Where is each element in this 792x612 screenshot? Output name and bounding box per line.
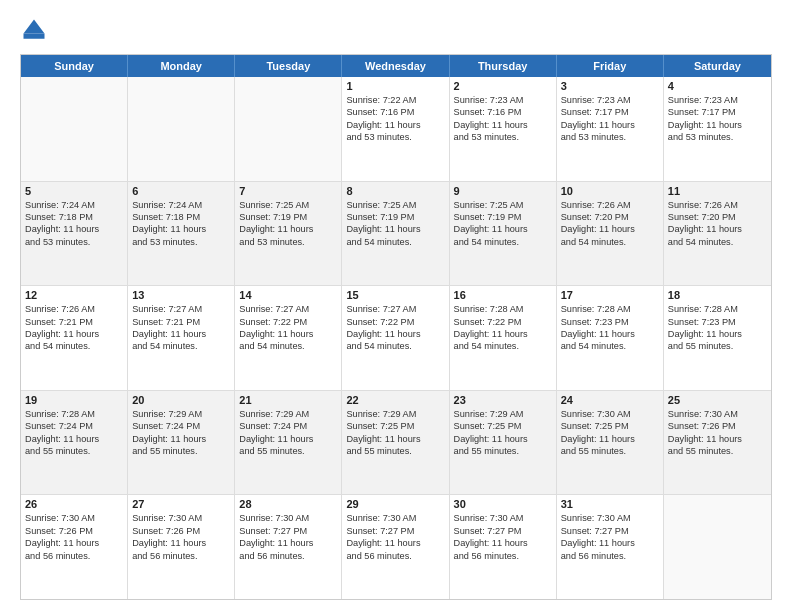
cell-line: and 56 minutes. (346, 550, 444, 562)
cal-cell: 2Sunrise: 7:23 AMSunset: 7:16 PMDaylight… (450, 77, 557, 181)
cell-line: Sunset: 7:16 PM (346, 106, 444, 118)
cell-line: Sunset: 7:21 PM (132, 316, 230, 328)
cell-line: and 54 minutes. (454, 236, 552, 248)
day-number: 2 (454, 80, 552, 92)
cell-line: Sunset: 7:27 PM (561, 525, 659, 537)
cell-line: Daylight: 11 hours (668, 223, 767, 235)
cell-line: Sunset: 7:23 PM (668, 316, 767, 328)
cell-line: Daylight: 11 hours (668, 433, 767, 445)
cell-line: Sunrise: 7:29 AM (454, 408, 552, 420)
cell-line: and 56 minutes. (25, 550, 123, 562)
cell-line: Sunset: 7:25 PM (561, 420, 659, 432)
cell-line: Sunrise: 7:29 AM (239, 408, 337, 420)
day-number: 18 (668, 289, 767, 301)
cal-cell: 22Sunrise: 7:29 AMSunset: 7:25 PMDayligh… (342, 391, 449, 495)
cell-line: Sunrise: 7:26 AM (25, 303, 123, 315)
cal-cell: 13Sunrise: 7:27 AMSunset: 7:21 PMDayligh… (128, 286, 235, 390)
cell-line: and 53 minutes. (454, 131, 552, 143)
cell-line: Sunset: 7:17 PM (561, 106, 659, 118)
day-number: 5 (25, 185, 123, 197)
cell-line: Sunrise: 7:30 AM (561, 408, 659, 420)
cal-cell: 23Sunrise: 7:29 AMSunset: 7:25 PMDayligh… (450, 391, 557, 495)
day-number: 29 (346, 498, 444, 510)
cell-line: Sunset: 7:25 PM (454, 420, 552, 432)
cell-line: Daylight: 11 hours (25, 328, 123, 340)
calendar-body: 1Sunrise: 7:22 AMSunset: 7:16 PMDaylight… (21, 77, 771, 599)
cal-cell: 24Sunrise: 7:30 AMSunset: 7:25 PMDayligh… (557, 391, 664, 495)
cell-line: Sunrise: 7:26 AM (561, 199, 659, 211)
cell-line: Daylight: 11 hours (346, 537, 444, 549)
cell-line: Daylight: 11 hours (239, 223, 337, 235)
cell-line: Daylight: 11 hours (132, 433, 230, 445)
cell-line: and 54 minutes. (346, 340, 444, 352)
day-number: 24 (561, 394, 659, 406)
cell-line: and 54 minutes. (132, 340, 230, 352)
cell-line: Sunset: 7:24 PM (239, 420, 337, 432)
cal-cell: 1Sunrise: 7:22 AMSunset: 7:16 PMDaylight… (342, 77, 449, 181)
svg-marker-0 (24, 20, 45, 34)
cell-line: Sunset: 7:26 PM (25, 525, 123, 537)
cal-cell: 19Sunrise: 7:28 AMSunset: 7:24 PMDayligh… (21, 391, 128, 495)
cell-line: Sunrise: 7:30 AM (25, 512, 123, 524)
cell-line: Sunset: 7:25 PM (346, 420, 444, 432)
cell-line: Sunrise: 7:24 AM (25, 199, 123, 211)
cell-line: Sunset: 7:16 PM (454, 106, 552, 118)
day-number: 28 (239, 498, 337, 510)
cal-cell: 7Sunrise: 7:25 AMSunset: 7:19 PMDaylight… (235, 182, 342, 286)
day-number: 31 (561, 498, 659, 510)
cell-line: Sunset: 7:19 PM (454, 211, 552, 223)
cal-cell: 14Sunrise: 7:27 AMSunset: 7:22 PMDayligh… (235, 286, 342, 390)
day-number: 14 (239, 289, 337, 301)
cell-line: Sunrise: 7:22 AM (346, 94, 444, 106)
cell-line: Sunrise: 7:23 AM (561, 94, 659, 106)
cell-line: Daylight: 11 hours (346, 223, 444, 235)
cell-line: Daylight: 11 hours (239, 433, 337, 445)
cal-cell: 9Sunrise: 7:25 AMSunset: 7:19 PMDaylight… (450, 182, 557, 286)
day-number: 11 (668, 185, 767, 197)
day-number: 1 (346, 80, 444, 92)
cal-cell: 25Sunrise: 7:30 AMSunset: 7:26 PMDayligh… (664, 391, 771, 495)
cell-line: and 56 minutes. (132, 550, 230, 562)
cal-cell: 26Sunrise: 7:30 AMSunset: 7:26 PMDayligh… (21, 495, 128, 599)
cell-line: Sunset: 7:21 PM (25, 316, 123, 328)
day-number: 15 (346, 289, 444, 301)
header (20, 16, 772, 44)
cell-line: Daylight: 11 hours (668, 328, 767, 340)
cell-line: Sunset: 7:26 PM (132, 525, 230, 537)
week-row-1: 1Sunrise: 7:22 AMSunset: 7:16 PMDaylight… (21, 77, 771, 182)
header-cell-wednesday: Wednesday (342, 55, 449, 77)
day-number: 21 (239, 394, 337, 406)
cell-line: Daylight: 11 hours (346, 328, 444, 340)
day-number: 10 (561, 185, 659, 197)
logo-icon (20, 16, 48, 44)
day-number: 22 (346, 394, 444, 406)
cal-cell (21, 77, 128, 181)
cal-cell: 3Sunrise: 7:23 AMSunset: 7:17 PMDaylight… (557, 77, 664, 181)
cell-line: and 53 minutes. (239, 236, 337, 248)
cal-cell: 18Sunrise: 7:28 AMSunset: 7:23 PMDayligh… (664, 286, 771, 390)
day-number: 16 (454, 289, 552, 301)
cell-line: Sunset: 7:27 PM (346, 525, 444, 537)
day-number: 9 (454, 185, 552, 197)
cell-line: Sunrise: 7:28 AM (561, 303, 659, 315)
cell-line: Sunrise: 7:29 AM (346, 408, 444, 420)
calendar: SundayMondayTuesdayWednesdayThursdayFrid… (20, 54, 772, 600)
cell-line: Sunrise: 7:30 AM (239, 512, 337, 524)
cell-line: Sunrise: 7:30 AM (561, 512, 659, 524)
page: SundayMondayTuesdayWednesdayThursdayFrid… (0, 0, 792, 612)
week-row-4: 19Sunrise: 7:28 AMSunset: 7:24 PMDayligh… (21, 391, 771, 496)
cal-cell: 29Sunrise: 7:30 AMSunset: 7:27 PMDayligh… (342, 495, 449, 599)
day-number: 13 (132, 289, 230, 301)
header-cell-monday: Monday (128, 55, 235, 77)
cell-line: Sunrise: 7:28 AM (668, 303, 767, 315)
cell-line: and 55 minutes. (668, 445, 767, 457)
cal-cell (235, 77, 342, 181)
cell-line: Sunset: 7:20 PM (561, 211, 659, 223)
day-number: 7 (239, 185, 337, 197)
cell-line: and 53 minutes. (25, 236, 123, 248)
cell-line: Sunrise: 7:23 AM (454, 94, 552, 106)
header-cell-thursday: Thursday (450, 55, 557, 77)
cell-line: Daylight: 11 hours (132, 537, 230, 549)
cell-line: Sunrise: 7:30 AM (346, 512, 444, 524)
cell-line: and 53 minutes. (132, 236, 230, 248)
